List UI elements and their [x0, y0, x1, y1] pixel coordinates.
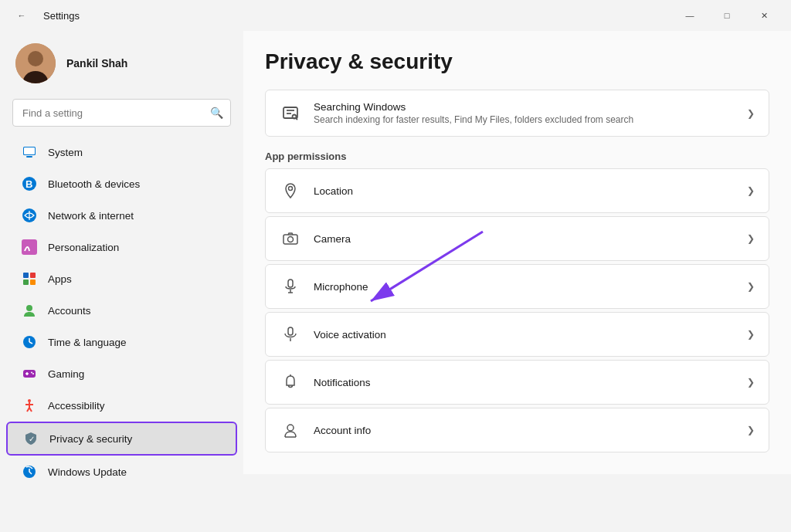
svg-rect-13 [23, 280, 29, 285]
system-icon [22, 144, 37, 160]
gaming-icon [22, 366, 37, 381]
camera-icon [280, 228, 301, 249]
account-info-text: Account info [314, 425, 735, 436]
sidebar-item-label-time: Time & language [48, 337, 127, 348]
windows-update-icon [22, 464, 37, 479]
titlebar-left: ← Settings [9, 3, 80, 28]
svg-rect-11 [23, 273, 29, 278]
bluetooth-icon: B [22, 176, 37, 191]
camera-text: Camera [314, 233, 735, 245]
sidebar-item-bluetooth[interactable]: B Bluetooth & devices [6, 168, 237, 199]
user-name: Pankil Shah [66, 57, 127, 69]
svg-rect-42 [288, 327, 293, 335]
svg-text:✓: ✓ [29, 435, 35, 443]
permissions-list: Location ❯ Camera ❯ Microphone ❯ Voice a… [265, 168, 769, 452]
personalization-icon [22, 239, 37, 255]
searching-windows-text: Searching Windows Search indexing for fa… [314, 101, 735, 125]
voice-card[interactable]: Voice activation ❯ [265, 312, 769, 357]
voice-chevron: ❯ [747, 329, 755, 340]
location-text: Location [314, 185, 735, 197]
microphone-card[interactable]: Microphone ❯ [265, 264, 769, 309]
user-profile[interactable]: Pankil Shah [0, 31, 243, 96]
sidebar-item-label-apps: Apps [48, 273, 72, 285]
notifications-text: Notifications [314, 377, 735, 388]
svg-point-22 [31, 372, 32, 374]
voice-item: Voice activation ❯ [266, 313, 769, 356]
sidebar-item-label-accounts: Accounts [48, 305, 91, 317]
close-button[interactable]: ✕ [746, 3, 782, 28]
location-chevron: ❯ [747, 185, 755, 196]
apps-icon [22, 271, 37, 286]
sidebar-item-time[interactable]: Time & language [6, 327, 237, 357]
account-info-card[interactable]: Account info ❯ [265, 408, 769, 452]
time-icon [22, 334, 37, 350]
searching-windows-chevron: ❯ [747, 108, 755, 119]
search-input[interactable] [12, 99, 231, 127]
maximize-button[interactable]: □ [709, 3, 745, 28]
sidebar-item-system[interactable]: System [6, 137, 237, 168]
titlebar: ← Settings — □ ✕ [0, 0, 791, 31]
main-content: Privacy & security Searching W [243, 31, 791, 474]
account-info-chevron: ❯ [747, 425, 755, 435]
sidebar-item-label-system: System [48, 147, 83, 158]
privacy-icon: ✓ [23, 431, 39, 446]
notifications-card[interactable]: Notifications ❯ [265, 360, 769, 405]
svg-rect-5 [24, 147, 35, 154]
sidebar-item-windows-update[interactable]: Windows Update [6, 456, 237, 487]
sidebar-item-label-privacy: Privacy & security [49, 433, 132, 445]
accounts-icon [22, 303, 37, 318]
sidebar: Pankil Shah 🔍 System B Bluetooth & devic… [0, 31, 243, 532]
search-icon: 🔍 [210, 107, 223, 119]
sidebar-item-network[interactable]: Network & internet [6, 200, 237, 231]
location-item: Location ❯ [266, 169, 769, 212]
voice-icon [280, 324, 301, 345]
svg-point-23 [32, 373, 34, 374]
location-card[interactable]: Location ❯ [265, 168, 769, 213]
svg-text:B: B [25, 178, 32, 190]
svg-rect-14 [30, 280, 36, 285]
notifications-chevron: ❯ [747, 377, 755, 388]
camera-chevron: ❯ [747, 233, 755, 244]
microphone-chevron: ❯ [747, 281, 755, 292]
sidebar-item-privacy[interactable]: ✓ Privacy & security [6, 422, 237, 456]
account-info-title: Account info [314, 425, 735, 436]
svg-line-28 [29, 408, 32, 412]
microphone-item: Microphone ❯ [266, 265, 769, 308]
svg-point-36 [289, 187, 293, 191]
sidebar-item-accounts[interactable]: Accounts [6, 295, 237, 326]
search-box: 🔍 [12, 99, 231, 127]
notifications-title: Notifications [314, 377, 735, 388]
sidebar-item-label-network: Network & internet [48, 210, 134, 222]
account-info-item: Account info ❯ [266, 408, 769, 452]
minimize-button[interactable]: — [672, 3, 708, 28]
svg-rect-4 [26, 156, 32, 158]
svg-point-24 [28, 399, 31, 402]
svg-point-1 [28, 51, 43, 66]
voice-title: Voice activation [314, 329, 735, 341]
location-icon [280, 180, 301, 202]
searching-windows-card[interactable]: Searching Windows Search indexing for fa… [265, 90, 769, 137]
svg-point-38 [288, 237, 294, 242]
notifications-icon [280, 371, 301, 393]
sidebar-item-apps[interactable]: Apps [6, 263, 237, 294]
sidebar-item-personalization[interactable]: Personalization [6, 232, 237, 263]
window-controls: — □ ✕ [672, 3, 782, 28]
sidebar-item-accessibility[interactable]: Accessibility [6, 390, 237, 421]
microphone-text: Microphone [314, 281, 735, 293]
svg-point-34 [293, 114, 297, 118]
network-icon [22, 208, 37, 223]
svg-point-15 [26, 305, 32, 311]
sidebar-item-gaming[interactable]: Gaming [6, 358, 237, 389]
voice-text: Voice activation [314, 329, 735, 341]
sidebar-item-label-personalization: Personalization [48, 242, 119, 253]
nav-list: System B Bluetooth & devices Network & i… [0, 136, 243, 488]
svg-rect-10 [22, 239, 37, 255]
sidebar-item-label-accessibility: Accessibility [48, 400, 105, 412]
avatar [15, 43, 56, 83]
searching-windows-subtitle: Search indexing for faster results, Find… [314, 114, 735, 125]
svg-rect-31 [283, 107, 297, 118]
camera-title: Camera [314, 233, 735, 245]
camera-card[interactable]: Camera ❯ [265, 216, 769, 261]
back-button[interactable]: ← [9, 3, 34, 28]
svg-rect-12 [30, 273, 36, 278]
